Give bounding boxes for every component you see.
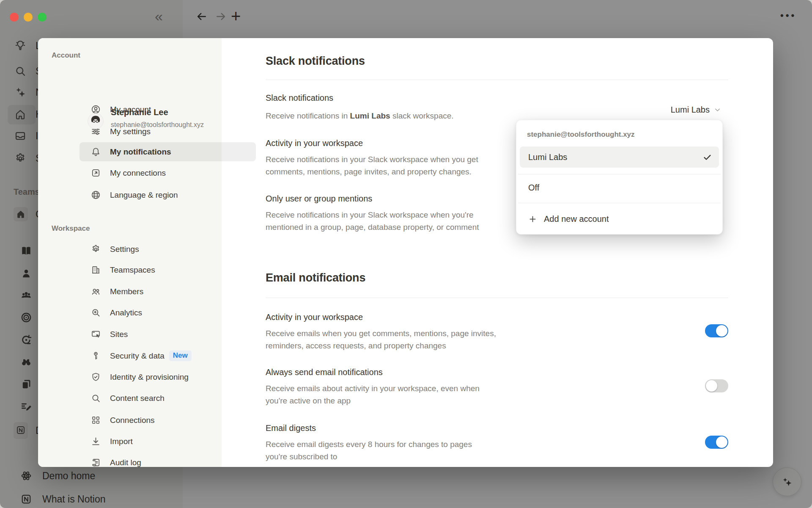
sidebar-item-security-data[interactable]: Security & data New bbox=[80, 346, 256, 365]
desc-text: Receive email digests every 8 hours for … bbox=[266, 440, 472, 449]
sidebar-item-analytics[interactable]: Analytics bbox=[80, 303, 256, 322]
building-icon bbox=[91, 265, 101, 275]
toggle-knob bbox=[716, 436, 727, 448]
sidebar-item-my-notifications[interactable]: My notifications bbox=[80, 142, 256, 161]
bell-icon bbox=[91, 146, 101, 157]
workspace-section-header: Workspace bbox=[52, 224, 90, 233]
sidebar-item-label: Teamspaces bbox=[110, 265, 155, 275]
chevron-down-icon bbox=[713, 106, 721, 114]
email-activity-row-desc: Receive emails when you get comments, me… bbox=[266, 327, 496, 352]
sidebar-item-label: Language & region bbox=[110, 190, 178, 200]
sidebar-item-label: My account bbox=[110, 105, 151, 114]
settings-sidebar: Account Stephanie Lee stephanie@toolsfor… bbox=[38, 38, 222, 467]
sidebar-item-sites[interactable]: Sites bbox=[80, 325, 256, 344]
settings-modal: Account Stephanie Lee stephanie@toolsfor… bbox=[38, 38, 773, 467]
minimize-window-button[interactable] bbox=[24, 13, 33, 22]
sidebar-item-connections[interactable]: Connections bbox=[80, 411, 256, 430]
select-value: Lumi Labs bbox=[671, 105, 710, 115]
key-icon bbox=[91, 351, 101, 361]
dropdown-option-lumi-labs[interactable]: Lumi Labs bbox=[520, 146, 719, 168]
always-send-row-title: Always send email notifications bbox=[266, 367, 383, 377]
slack-workspace-select[interactable]: Lumi Labs bbox=[671, 105, 721, 115]
sidebar-item-my-connections[interactable]: My connections bbox=[80, 163, 256, 182]
screen: « L S N H I S Teams C bbox=[0, 0, 812, 508]
slack-notifications-heading: Slack notifications bbox=[266, 55, 365, 68]
dropdown-divider bbox=[518, 203, 721, 203]
email-digests-toggle[interactable] bbox=[705, 436, 728, 449]
sidebar-item-language-region[interactable]: Language & region bbox=[80, 185, 256, 204]
sidebar-item-label: Security & data bbox=[110, 351, 165, 361]
slack-notifications-row-title: Slack notifications bbox=[266, 93, 333, 103]
zoom-window-button[interactable] bbox=[38, 13, 47, 22]
dropdown-account-email: stephanie@toolsforthought.xyz bbox=[527, 130, 635, 139]
mentions-row-title: Only user or group mentions bbox=[266, 194, 372, 204]
always-send-row-desc: Receive emails about activity in your wo… bbox=[266, 382, 480, 407]
sidebar-item-label: Analytics bbox=[110, 308, 142, 318]
dropdown-option-off[interactable]: Off bbox=[528, 183, 539, 193]
activity-row-title: Activity in your workspace bbox=[266, 138, 363, 148]
section-divider bbox=[266, 80, 728, 80]
email-notifications-heading: Email notifications bbox=[266, 271, 365, 284]
desc-text: reminders, access requests, and property… bbox=[266, 341, 446, 350]
desc-text: you're active on the app bbox=[266, 396, 351, 405]
arrow-out-square-icon bbox=[91, 168, 101, 178]
desc-text: comments, mentions, page invites, and pr… bbox=[266, 167, 472, 176]
desc-text: Receive notifications in your Slack work… bbox=[266, 210, 474, 219]
notion-window: « L S N H I S Teams C bbox=[0, 0, 812, 508]
grid-icon bbox=[91, 415, 101, 425]
sidebar-item-label: Connections bbox=[110, 416, 155, 425]
slack-notifications-row-desc: Receive notifications in Lumi Labs slack… bbox=[266, 110, 454, 122]
search-icon bbox=[91, 393, 101, 403]
account-section-header: Account bbox=[52, 51, 80, 60]
toggle-knob bbox=[706, 380, 717, 392]
sidebar-item-label: My connections bbox=[110, 168, 166, 178]
sidebar-item-label: My notifications bbox=[110, 147, 171, 157]
sidebar-item-my-account[interactable]: My account bbox=[80, 100, 256, 119]
dropdown-option-label: Lumi Labs bbox=[528, 152, 567, 162]
activity-row-desc: Receive notifications in your Slack work… bbox=[266, 153, 478, 178]
scroll-icon bbox=[91, 457, 101, 467]
magnifier-plus-icon bbox=[91, 307, 101, 318]
sidebar-item-label: Content search bbox=[110, 394, 165, 403]
shield-check-icon bbox=[91, 372, 101, 382]
mentions-row-desc: Receive notifications in your Slack work… bbox=[266, 209, 479, 233]
desc-bold-text: Lumi Labs bbox=[350, 111, 390, 120]
desc-text: you're subscribed to bbox=[266, 452, 337, 461]
members-icon bbox=[91, 286, 101, 297]
close-window-button[interactable] bbox=[10, 13, 19, 22]
dropdown-divider bbox=[518, 174, 721, 174]
sidebar-item-members[interactable]: Members bbox=[80, 282, 256, 301]
sidebar-item-label: Settings bbox=[110, 245, 139, 254]
desc-text: Receive notifications in bbox=[266, 111, 350, 120]
desc-text: slack workspace. bbox=[390, 111, 454, 120]
sidebar-item-label: Audit log bbox=[110, 458, 141, 467]
sidebar-item-audit-log[interactable]: Audit log bbox=[80, 453, 256, 467]
desc-text: mentioned in a group, page, database pro… bbox=[266, 223, 479, 232]
sidebar-item-teamspaces[interactable]: Teamspaces bbox=[80, 260, 256, 279]
plus-icon bbox=[528, 215, 537, 224]
email-digests-row-title: Email digests bbox=[266, 423, 316, 433]
sidebar-item-settings[interactable]: Settings bbox=[80, 240, 256, 259]
always-send-toggle[interactable] bbox=[705, 379, 728, 392]
slack-workspace-dropdown: stephanie@toolsforthought.xyz Lumi Labs … bbox=[516, 120, 723, 235]
globe-icon bbox=[91, 190, 101, 200]
dropdown-add-label: Add new account bbox=[544, 214, 609, 224]
browser-cursor-icon bbox=[91, 329, 101, 340]
sidebar-item-label: Import bbox=[110, 437, 133, 446]
email-activity-row-title: Activity in your workspace bbox=[266, 312, 363, 322]
gear-icon bbox=[91, 244, 101, 254]
desc-text: Receive emails about activity in your wo… bbox=[266, 384, 480, 393]
avatar[interactable] bbox=[88, 113, 104, 129]
check-icon bbox=[702, 152, 712, 162]
sidebar-item-label: Sites bbox=[110, 330, 128, 339]
sidebar-item-my-settings[interactable]: My settings bbox=[80, 122, 256, 141]
sidebar-item-import[interactable]: Import bbox=[80, 432, 256, 451]
sidebar-item-label: Identity & provisioning bbox=[110, 373, 189, 382]
new-badge: New bbox=[169, 351, 192, 361]
sidebar-item-content-search[interactable]: Content search bbox=[80, 389, 256, 408]
dropdown-add-new-account[interactable]: Add new account bbox=[528, 214, 609, 224]
desc-text: Receive emails when you get comments, me… bbox=[266, 329, 496, 338]
toggle-knob bbox=[716, 325, 727, 337]
sidebar-item-identity-provisioning[interactable]: Identity & provisioning bbox=[80, 367, 256, 387]
email-activity-toggle[interactable] bbox=[705, 324, 728, 337]
